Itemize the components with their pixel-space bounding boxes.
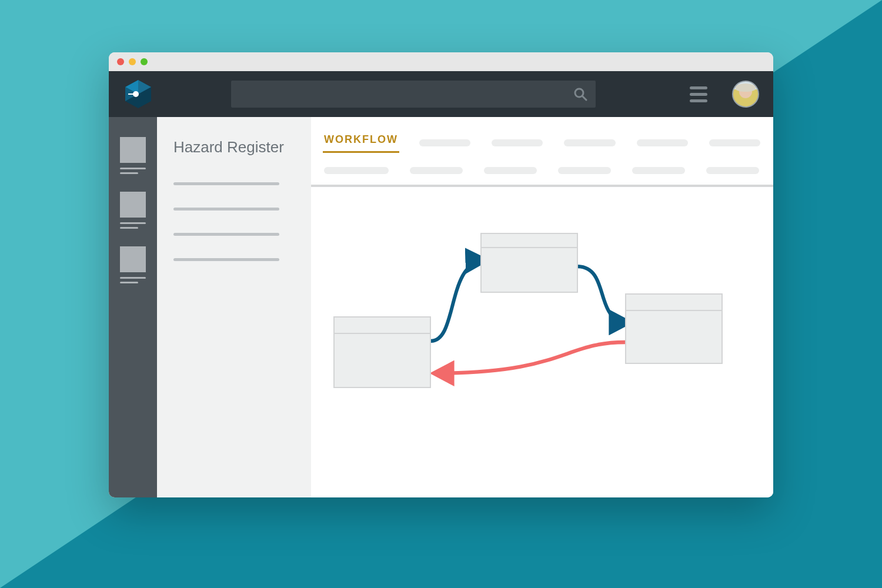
window-title-bar <box>109 52 773 71</box>
tab-placeholder[interactable] <box>564 139 615 146</box>
hamburger-icon <box>690 86 707 89</box>
menu-button[interactable] <box>690 86 707 102</box>
maximize-icon[interactable] <box>141 58 148 65</box>
search-input[interactable] <box>231 81 596 108</box>
edge-forward <box>578 266 629 322</box>
workflow-canvas[interactable] <box>311 187 773 497</box>
square-icon <box>120 137 146 163</box>
square-icon <box>120 192 146 218</box>
svg-rect-5 <box>128 93 136 95</box>
tab-placeholder[interactable] <box>484 167 537 174</box>
side-panel: Hazard Register <box>157 117 311 497</box>
tab-placeholder[interactable] <box>709 139 760 146</box>
close-icon[interactable] <box>117 58 124 65</box>
edge-forward <box>431 260 485 341</box>
svg-line-7 <box>582 96 586 100</box>
workflow-node[interactable] <box>480 233 578 293</box>
tab-bar: WORKFLOW <box>311 117 773 187</box>
minimize-icon[interactable] <box>129 58 136 65</box>
tab-placeholder[interactable] <box>410 167 463 174</box>
nav-rail-item[interactable] <box>120 137 146 174</box>
workflow-node[interactable] <box>333 316 431 388</box>
tab-placeholder[interactable] <box>324 167 389 174</box>
avatar[interactable] <box>732 81 759 108</box>
nav-rail <box>109 117 157 497</box>
list-item[interactable] <box>173 208 279 211</box>
app-window: Hazard Register WORKFLOW <box>109 52 773 497</box>
tab-placeholder[interactable] <box>637 139 688 146</box>
search-icon <box>573 87 587 101</box>
side-panel-title: Hazard Register <box>173 138 295 156</box>
tab-placeholder[interactable] <box>419 139 470 146</box>
list-item[interactable] <box>173 182 279 185</box>
side-panel-list <box>173 182 295 261</box>
workflow-node[interactable] <box>625 293 723 364</box>
tab-placeholder[interactable] <box>706 167 759 174</box>
tab-workflow[interactable]: WORKFLOW <box>324 133 398 152</box>
square-icon <box>120 246 146 272</box>
edge-back <box>435 342 625 373</box>
hexagon-logo-icon <box>124 79 152 109</box>
app-logo[interactable] <box>123 79 153 109</box>
nav-rail-item[interactable] <box>120 246 146 283</box>
app-body: Hazard Register WORKFLOW <box>109 117 773 497</box>
main-panel: WORKFLOW <box>311 117 773 497</box>
tab-placeholder[interactable] <box>632 167 685 174</box>
list-item[interactable] <box>173 233 279 236</box>
list-item[interactable] <box>173 258 279 261</box>
tab-placeholder[interactable] <box>492 139 543 146</box>
app-header <box>109 71 773 117</box>
tab-placeholder[interactable] <box>558 167 611 174</box>
nav-rail-item[interactable] <box>120 192 146 229</box>
